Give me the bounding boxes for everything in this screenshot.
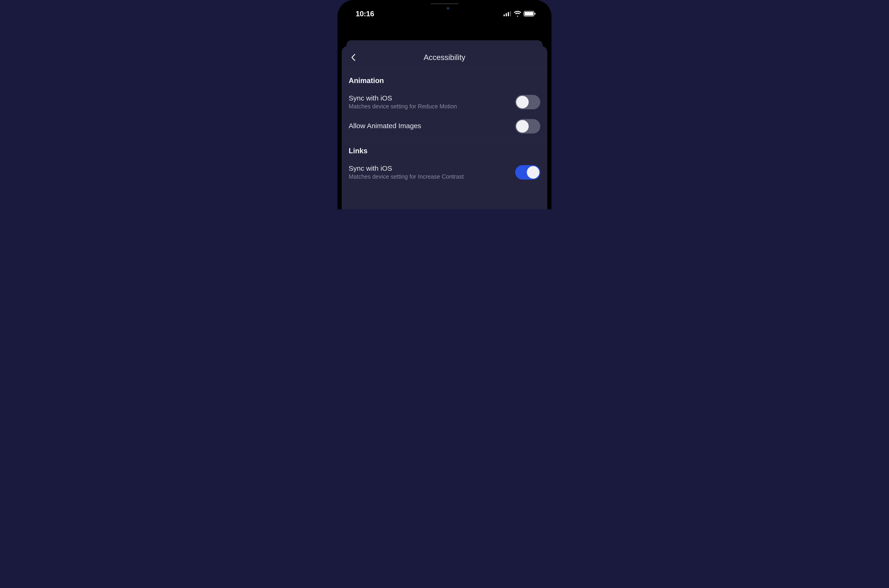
svg-rect-1 [506, 13, 507, 16]
notch [424, 4, 465, 12]
svg-rect-5 [525, 12, 533, 16]
toggle-knob [516, 96, 529, 108]
toggle-knob [527, 166, 540, 178]
section-links: Links Sync with iOS Matches device setti… [342, 138, 547, 189]
setting-text: Sync with iOS Matches device setting for… [349, 94, 511, 110]
setting-text: Allow Animated Images [349, 122, 511, 131]
svg-rect-0 [504, 14, 505, 16]
setting-subtitle: Matches device setting for Increase Cont… [349, 173, 511, 180]
setting-row-animated-images: Allow Animated Images [349, 114, 540, 138]
setting-text: Sync with iOS Matches device setting for… [349, 165, 511, 180]
svg-rect-2 [508, 12, 509, 16]
nav-header: Accessibility [342, 46, 547, 68]
toggle-sync-contrast[interactable] [515, 165, 540, 180]
svg-rect-3 [510, 11, 511, 16]
toggle-animated-images[interactable] [515, 119, 540, 134]
section-header: Links [349, 138, 540, 160]
setting-row-sync-motion: Sync with iOS Matches device setting for… [349, 90, 540, 114]
front-camera [446, 6, 450, 10]
svg-rect-6 [535, 13, 535, 15]
section-animation: Animation Sync with iOS Matches device s… [342, 68, 547, 138]
status-time: 10:16 [356, 9, 374, 18]
nav-title: Accessibility [349, 53, 540, 62]
status-icons [504, 11, 536, 16]
setting-title: Sync with iOS [349, 94, 511, 102]
settings-sheet: Accessibility Animation Sync with iOS Ma… [342, 46, 547, 209]
setting-row-sync-contrast: Sync with iOS Matches device setting for… [349, 160, 540, 184]
setting-title: Sync with iOS [349, 165, 511, 172]
setting-subtitle: Matches device setting for Reduce Motion [349, 103, 511, 110]
cellular-icon [504, 11, 511, 16]
back-button[interactable] [349, 53, 358, 62]
section-header: Animation [349, 68, 540, 90]
phone-frame: 10:16 [337, 0, 552, 209]
setting-title: Allow Animated Images [349, 122, 511, 130]
battery-icon [523, 11, 536, 16]
wifi-icon [514, 11, 521, 16]
chevron-left-icon [351, 54, 356, 62]
screen: 10:16 [342, 4, 547, 209]
toggle-sync-motion[interactable] [515, 95, 540, 110]
toggle-knob [516, 120, 529, 133]
